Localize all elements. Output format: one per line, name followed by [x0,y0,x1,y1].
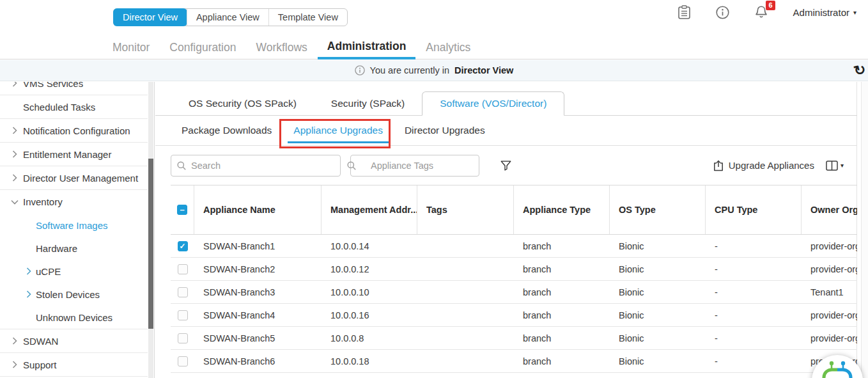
main-nav: Monitor Configuration Workflows Administ… [112,35,470,59]
sidebar-scrollbar-thumb[interactable] [148,159,153,329]
info-icon[interactable] [716,6,729,19]
page-scrollbar[interactable] [861,82,868,378]
search-input[interactable] [171,155,341,177]
view-tab-appliance[interactable]: Appliance View [187,9,268,26]
view-tab-director[interactable]: Director View [113,8,187,26]
header-icons: 6 Administrator ▾ [678,5,856,19]
sidebar-item-inventory[interactable]: Inventory [0,190,148,214]
filter-icon[interactable] [500,161,511,171]
tab-software-vos-director[interactable]: Software (VOS/Director) [422,91,564,116]
view-tab-template[interactable]: Template View [268,9,347,26]
sidebar-item-unknown-devices[interactable]: Unknown Devices [0,306,148,329]
row-checkbox-cell [171,327,194,349]
row-checkbox-cell [171,350,194,372]
sidebar-scrollbar[interactable] [148,82,153,378]
column-header-os-type[interactable]: OS Type [610,185,706,234]
sidebar-item-director-user-management[interactable]: Director User Management [0,166,148,190]
column-header-cpu-type[interactable]: CPU Type [706,185,802,234]
sidebar-item-notification-configuration[interactable]: Notification Configuration [0,119,148,143]
sidebar-item-entitlement-manager[interactable]: Entitlement Manager [0,143,148,166]
column-header-appliance-type[interactable]: Appliance Type [514,185,610,234]
column-header-management-address[interactable]: Management Addr... [322,185,417,234]
cell-cpu-type: - [706,304,802,326]
table-row[interactable]: SDWAN-Branch3 10.0.0.10 branch Bionic - … [171,281,857,304]
sidebar-item-vms-services[interactable]: VMS Services [0,82,148,95]
appliance-tags-input[interactable] [350,155,479,177]
nav-administration[interactable]: Administration [318,35,415,59]
upgrade-appliances-button[interactable]: Upgrade Appliances [713,160,814,171]
column-header-tags[interactable]: Tags [417,185,514,234]
subtab-director-upgrades[interactable]: Director Upgrades [405,116,485,145]
row-checkbox[interactable] [178,310,188,320]
cell-appliance-type: branch [514,235,610,257]
cell-tags [417,281,514,303]
cell-tags [417,235,514,257]
robot-icon [817,359,858,378]
row-checkbox[interactable] [178,287,188,297]
cell-management-address: 10.0.0.10 [322,281,417,303]
column-header-appliance-name[interactable]: Appliance Name [194,185,322,234]
cell-tags [417,304,514,326]
bell-icon[interactable]: 6 [755,5,768,19]
software-tabs: OS Security (OS SPack) Security (SPack) … [155,82,857,116]
table-toolbar: Upgrade Appliances ▾ [155,146,857,185]
cell-management-address: 10.0.0.18 [322,350,417,372]
nav-monitor[interactable]: Monitor [112,35,150,59]
sidebar: VMS Services Scheduled Tasks Notificatio… [0,82,155,378]
nav-configuration[interactable]: Configuration [169,35,236,59]
row-checkbox[interactable] [178,333,188,343]
subtab-package-downloads[interactable]: Package Downloads [182,116,272,145]
table-row[interactable]: SDWAN-Branch1 10.0.0.14 branch Bionic - … [171,235,857,258]
chevron-down-icon: ▾ [841,162,844,169]
clipboard-icon[interactable] [678,5,690,19]
chevron-down-icon: ▾ [853,9,856,16]
select-all-checkbox[interactable] [177,205,187,215]
cell-owner-org: Tenant1 [802,281,857,303]
columns-icon [826,161,838,171]
row-checkbox[interactable] [178,241,188,251]
sidebar-inventory-children: Software Images Hardware uCPE Stolen Dev… [0,214,148,329]
table-header-row: Appliance Name Management Addr... Tags A… [171,185,857,235]
search-icon [347,161,356,170]
user-menu[interactable]: Administrator ▾ [793,7,856,18]
nav-analytics[interactable]: Analytics [426,35,470,59]
sidebar-item-label: Notification Configuration [23,125,130,136]
cell-appliance-name: SDWAN-Branch4 [194,304,322,326]
refresh-icon[interactable]: ↻ [852,61,868,80]
table-row[interactable]: SDWAN-Branch2 10.0.0.12 branch Bionic - … [171,258,857,281]
chevron-right-icon [11,127,19,134]
chatbot-launcher[interactable] [812,355,863,378]
table-row[interactable]: SDWAN-Branch5 10.0.0.8 branch Bionic - p… [171,327,857,350]
sidebar-item-label: Unknown Devices [36,312,112,323]
table-row[interactable]: SDWAN-Branch4 10.0.0.16 branch Bionic - … [171,304,857,327]
appliance-table: Appliance Name Management Addr... Tags A… [171,185,857,378]
cell-cpu-type: - [706,281,802,303]
row-checkbox-cell [171,281,194,303]
row-checkbox[interactable] [178,356,188,366]
cell-management-address: 10.0.0.12 [322,258,417,280]
sidebar-item-sdwan[interactable]: SDWAN [0,329,148,353]
column-settings-button[interactable]: ▾ [826,161,844,171]
tab-security-spack[interactable]: Security (SPack) [314,92,422,115]
chevron-down-icon [11,200,19,205]
sidebar-item-hardware[interactable]: Hardware [0,237,148,260]
sidebar-item-ucpe[interactable]: uCPE [0,260,148,283]
row-checkbox[interactable] [178,264,188,274]
table-row[interactable]: SDWAN-Branch6 10.0.0.18 branch Bionic - … [171,350,857,373]
sidebar-item-label: Entitlement Manager [23,149,111,160]
cell-cpu-type: - [706,235,802,257]
nav-workflows[interactable]: Workflows [256,35,307,59]
column-header-owner-org[interactable]: Owner Org [802,185,857,234]
subtab-appliance-upgrades[interactable]: Appliance Upgrades [293,116,383,145]
sidebar-item-scheduled-tasks[interactable]: Scheduled Tasks [0,95,148,119]
sidebar-item-stolen-devices[interactable]: Stolen Devices [0,283,148,306]
cell-tags [417,327,514,349]
cell-cpu-type: - [706,327,802,349]
top-header: Director View Appliance View Template Vi… [0,0,868,59]
sidebar-item-label: Support [23,359,57,370]
tab-os-security[interactable]: OS Security (OS SPack) [171,92,314,115]
sidebar-item-support[interactable]: Support [0,353,148,377]
sidebar-item-software-images[interactable]: Software Images [0,214,148,237]
chevron-right-icon [25,267,33,275]
row-checkbox-cell [171,235,194,257]
